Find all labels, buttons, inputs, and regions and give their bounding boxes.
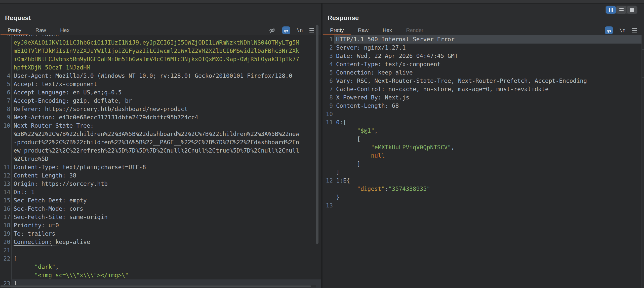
- single-pane-icon: [630, 8, 634, 12]
- line-number: 2: [323, 44, 334, 52]
- code-line[interactable]: 3Cookie: token=: [0, 35, 321, 39]
- line-text: Te: trailers: [11, 230, 321, 238]
- code-line[interactable]: 6Accept-Language: en-US,en;q=0.5: [0, 88, 321, 97]
- line-text: Content-Length: 68: [334, 102, 644, 110]
- line-number: 7: [0, 97, 11, 105]
- hide-nonprintable-icon[interactable]: [269, 27, 276, 34]
- tab-pretty[interactable]: Pretty: [1, 25, 28, 35]
- line-text: Content-Type: text/plain;charset=UTF-8: [11, 163, 321, 171]
- line-number: 19: [0, 230, 11, 238]
- code-line[interactable]: 20Connection: keep-alive: [0, 238, 321, 246]
- code-line[interactable]: 15Sec-Fetch-Dest: empty: [0, 196, 321, 205]
- code-line[interactable]: iOmZhbHNlLCJvbmx5Rm9yUGF0aHMiOm51bGwsImV…: [0, 55, 321, 63]
- tab-raw[interactable]: Raw: [28, 25, 53, 35]
- tab-pretty[interactable]: Pretty: [323, 25, 351, 35]
- code-line[interactable]: 8X-Powered-By: Next.js: [323, 93, 644, 102]
- code-line[interactable]: 19Te: trailers: [0, 230, 321, 238]
- response-tabs: PrettyRawHexRender: [323, 25, 430, 35]
- code-line[interactable]: "eMXTkHuLPViqV0QpNTSCV",: [323, 143, 644, 152]
- code-line[interactable]: -product%22%2C%7B%22children%22%3A%5B%22…: [0, 138, 321, 147]
- code-line[interactable]: 1HTTP/1.1 500 Internal Server Error: [323, 35, 644, 44]
- code-line[interactable]: "dark",: [0, 263, 321, 271]
- code-line[interactable]: 10Next-Router-State-Tree:: [0, 122, 321, 130]
- code-line[interactable]: 10: [323, 110, 644, 118]
- code-line[interactable]: 7Cache-Control: no-cache, no-store, max-…: [323, 85, 644, 93]
- code-line[interactable]: ]: [323, 168, 644, 176]
- response-scrollbar-track[interactable]: [641, 35, 644, 288]
- code-line[interactable]: 2Server: nginx/1.27.1: [323, 44, 644, 52]
- show-newlines-icon[interactable]: \n: [619, 27, 626, 33]
- code-line[interactable]: 121:E{: [323, 176, 644, 185]
- request-editor[interactable]: 3Cookie: token=eyJ0eXAiOiJKV1QiLCJhbGciO…: [0, 35, 321, 288]
- line-text: Connection: keep-alive: [334, 68, 644, 77]
- rows-icon: [619, 8, 624, 11]
- code-line[interactable]: 4User-Agent: Mozilla/5.0 (Windows NT 10.…: [0, 72, 321, 80]
- code-line[interactable]: 13Origin: https://sorcery.htb: [0, 180, 321, 188]
- code-line[interactable]: }: [323, 193, 644, 201]
- request-panel-title: Request: [5, 14, 31, 22]
- code-line[interactable]: 21: [0, 246, 321, 255]
- request-code: 3Cookie: token=eyJ0eXAiOiJKV1QiLCJhbGciO…: [0, 35, 321, 288]
- tab-render: Render: [399, 25, 430, 35]
- request-horizontal-scrollbar[interactable]: [0, 285, 316, 287]
- code-line[interactable]: 9Content-Length: 68: [323, 102, 644, 110]
- code-line[interactable]: null: [323, 152, 644, 160]
- code-line[interactable]: 6Vary: RSC, Next-Router-State-Tree, Next…: [323, 77, 644, 85]
- line-number: 22: [0, 255, 11, 263]
- line-text: ew-product%22%2C%22refresh%22%5D%7D%5D%7…: [11, 147, 321, 155]
- code-line[interactable]: 3Date: Wed, 22 Apr 2026 04:47:45 GMT: [323, 52, 644, 60]
- code-line[interactable]: %2Ctrue%5D: [0, 155, 321, 163]
- code-line[interactable]: 11Content-Type: text/plain;charset=UTF-8: [0, 163, 321, 171]
- line-text: Connection: keep-alive: [11, 238, 321, 246]
- horizontal-scroll-thumb[interactable]: [1, 285, 311, 287]
- code-line[interactable]: eyJ0eXAiOiJKV1QiLCJhbGciOiJIUzI1NiJ9.eyJ…: [0, 39, 321, 47]
- editor-menu-icon[interactable]: [632, 28, 637, 32]
- code-line[interactable]: mE1OTVlMTJkMiIsInVzZXJuYW1lIjoiZGFyazIiL…: [0, 47, 321, 55]
- request-vertical-scrollbar[interactable]: [316, 25, 318, 244]
- line-text: [334, 110, 644, 118]
- show-newlines-icon[interactable]: \n: [297, 27, 303, 33]
- response-editor[interactable]: 1HTTP/1.1 500 Internal Server Error2Serv…: [323, 35, 644, 288]
- code-line[interactable]: %5B%22%22%2C%7B%22children%22%3A%5B%22da…: [0, 130, 321, 138]
- code-line[interactable]: 13: [323, 201, 644, 210]
- code-line[interactable]: 14Dnt: 1: [0, 188, 321, 196]
- code-line[interactable]: 12Content-Length: 38: [0, 171, 321, 180]
- word-wrap-toggle[interactable]: [282, 26, 290, 34]
- code-line[interactable]: 110:[: [323, 118, 644, 127]
- code-line[interactable]: 5Connection: keep-alive: [323, 68, 644, 77]
- editor-menu-icon[interactable]: [309, 28, 314, 32]
- code-line[interactable]: hpftXDjN_5OczT-1NJzdHM: [0, 63, 321, 72]
- code-line[interactable]: 7Accept-Encoding: gzip, deflate, br: [0, 97, 321, 105]
- code-line[interactable]: 4Content-Type: text/x-component: [323, 60, 644, 68]
- rows-layout-button[interactable]: [616, 6, 626, 14]
- line-text: eyJ0eXAiOiJKV1QiLCJhbGciOiJIUzI1NiJ9.eyJ…: [11, 39, 321, 47]
- columns-layout-button[interactable]: [606, 6, 616, 14]
- code-line[interactable]: 9Next-Action: e43c0e68ecc317131dbfa2479d…: [0, 113, 321, 122]
- line-text: Next-Router-State-Tree:: [11, 122, 321, 130]
- code-line[interactable]: 8Referer: https://sorcery.htb/dashboard/…: [0, 105, 321, 113]
- tab-raw[interactable]: Raw: [351, 25, 376, 35]
- line-text: [11, 246, 321, 255]
- line-text: "$@1",: [334, 127, 644, 135]
- code-line[interactable]: ew-product%22%2C%22refresh%22%5D%7D%5D%7…: [0, 147, 321, 155]
- line-text: [: [11, 255, 321, 263]
- word-wrap-toggle[interactable]: [605, 26, 613, 34]
- code-line[interactable]: "digest":"3574338935": [323, 185, 644, 193]
- line-number: 6: [0, 88, 11, 97]
- code-line[interactable]: ]: [323, 160, 644, 168]
- line-text: Accept-Language: en-US,en;q=0.5: [11, 88, 321, 97]
- code-line[interactable]: 5Accept: text/x-component: [0, 80, 321, 88]
- scroll-marker: [642, 49, 644, 50]
- tab-hex[interactable]: Hex: [376, 25, 399, 35]
- code-line[interactable]: "<img sc=\\\"x\\\"></img>\": [0, 271, 321, 279]
- line-text: [: [334, 135, 644, 143]
- code-line[interactable]: 22[: [0, 255, 321, 263]
- single-layout-button[interactable]: [627, 6, 637, 14]
- code-line[interactable]: "$@1",: [323, 127, 644, 135]
- code-line[interactable]: 17Sec-Fetch-Site: same-origin: [0, 213, 321, 221]
- code-line[interactable]: [: [323, 135, 644, 143]
- tab-hex[interactable]: Hex: [53, 25, 76, 35]
- code-line[interactable]: 16Sec-Fetch-Mode: cors: [0, 205, 321, 213]
- line-text: Cookie: token=: [11, 35, 321, 39]
- code-line[interactable]: 18Priority: u=0: [0, 221, 321, 230]
